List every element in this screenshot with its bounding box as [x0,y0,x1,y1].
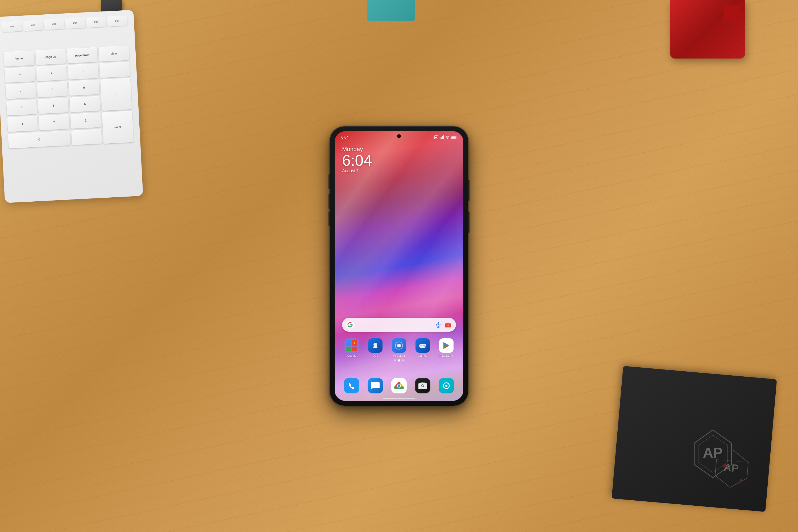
google-folder-icon[interactable] [344,338,359,353]
key-f16: F16 [44,19,65,30]
key-9: 9 [69,79,99,96]
key-4: 4 [6,99,37,115]
key-f19: F19 [107,15,128,26]
key-enter: enter [102,111,134,144]
camera-hole [397,134,401,138]
svg-rect-5 [440,137,440,139]
dot-3 [402,359,404,361]
key-0: 0 [8,131,71,148]
svg-rect-11 [456,136,456,138]
app-item-playstore[interactable]: Play Store [437,338,456,357]
phone-body: 6:04 [330,126,468,406]
playstore-icon[interactable] [439,338,454,353]
app-label-playstore: Play Store [439,354,453,357]
dock [340,378,458,394]
key-pagedown: page down [67,47,98,63]
dock-chrome-icon[interactable] [391,378,407,394]
svg-point-0 [740,479,742,482]
clock-date: August 1 [342,169,372,173]
dot-1 [394,359,396,361]
dot-2-active [398,359,400,361]
keyboard: F14 F15 F16 F17 F18 F19 home page up pag… [0,10,143,203]
svg-point-32 [422,385,423,386]
svg-point-23 [423,345,424,346]
app-item-assistant[interactable]: Assistant [390,338,408,357]
key-7: 7 [5,83,36,99]
dock-launcher-icon[interactable] [439,378,454,394]
dock-messages-icon[interactable] [367,378,383,394]
app-label-duo: Duo [373,354,378,357]
dock-phone-icon[interactable] [344,378,359,394]
key-2: 2 [39,114,70,130]
dock-item-launcher[interactable] [439,378,454,394]
function-keys-row: F14 F15 F16 F17 F18 F19 [0,14,130,34]
svg-rect-10 [451,136,455,138]
keyboard-grid: home page up page down clear = / * - 7 8… [1,42,136,151]
dock-item-phone[interactable] [344,378,359,394]
notebook: AP [611,366,777,512]
key-1: 1 [7,116,38,132]
app-item-duo[interactable]: Duo [366,338,385,357]
key-5: 5 [38,98,69,114]
app-label-games: Games [418,354,427,357]
dock-camera-icon[interactable] [415,378,431,394]
app-grid: Google Duo [340,338,458,364]
key-plus: + [100,78,132,111]
svg-rect-22 [420,345,422,346]
clock-time: 6:04 [342,153,372,168]
svg-point-29 [398,384,400,387]
svg-rect-6 [441,137,441,139]
clock-widget: Monday 6:04 August 1 [342,146,372,173]
key-clear: clear [98,45,129,62]
dock-item-chrome[interactable] [391,378,407,394]
svg-point-34 [445,385,448,387]
app-label-assistant: Assistant [393,354,405,357]
key-slash: / [36,65,67,81]
svg-point-17 [397,344,401,347]
key-f15: F15 [23,20,44,31]
battery-icon [451,135,457,139]
svg-rect-12 [438,322,439,325]
duo-icon[interactable] [368,338,382,353]
dock-item-messages[interactable] [367,378,383,394]
key-home: home [4,51,35,67]
key-6: 6 [70,96,100,112]
key-f18: F18 [86,17,107,28]
search-camera-icon[interactable] [444,321,452,328]
sim-icon [434,135,438,139]
red-object [670,0,745,58]
key-f17: F17 [65,18,86,29]
key-asterisk: * [68,63,99,79]
games-icon[interactable] [416,338,430,353]
svg-rect-4 [435,137,437,138]
home-indicator [383,398,415,399]
svg-rect-7 [442,136,443,139]
signal-icon [440,135,444,139]
page-dots [340,359,458,361]
assistant-icon[interactable] [392,338,406,353]
app-item-games[interactable]: Games [413,338,432,357]
svg-rect-8 [443,135,444,139]
key-dot: . [71,129,102,145]
search-mic-icon[interactable] [435,321,442,328]
phone-wrapper: 6:04 [330,126,468,406]
svg-point-24 [424,346,425,347]
key-minus: - [99,62,130,78]
key-8: 8 [37,81,68,97]
dock-item-camera[interactable] [415,378,431,394]
app-row-1: Google Duo [340,338,458,357]
app-label-google: Google [347,354,357,357]
teal-object [367,0,415,21]
ap-logo: AP [708,443,755,494]
search-bar[interactable] [342,318,456,332]
status-time: 6:04 [341,135,348,139]
google-g-icon [346,321,354,328]
wifi-icon [445,135,450,139]
key-3: 3 [71,113,101,129]
key-f14: F14 [2,21,23,32]
key-equals: = [4,67,35,83]
app-item-google[interactable]: Google [342,338,361,357]
key-pageup: page up [35,49,66,65]
phone-screen: 6:04 [335,131,463,401]
status-icons [434,135,457,139]
